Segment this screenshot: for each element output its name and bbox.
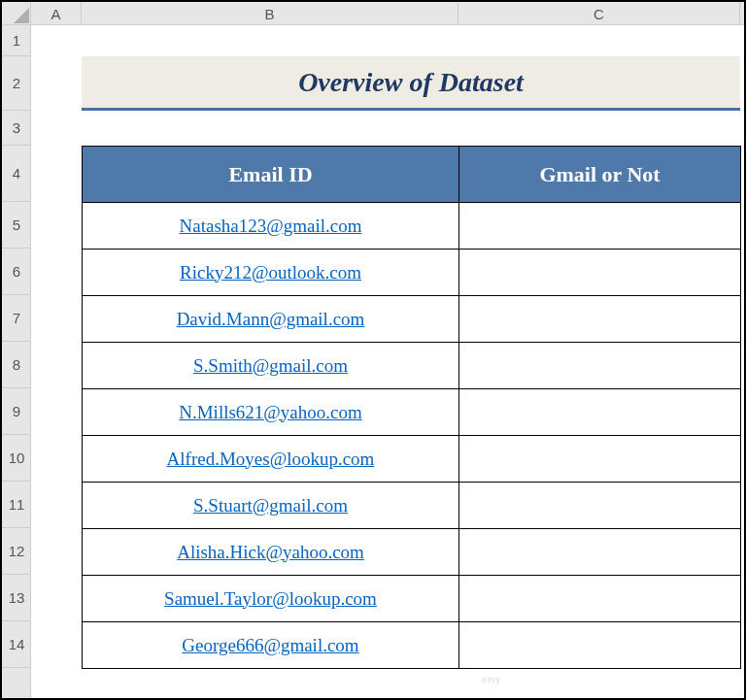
cell-email[interactable]: David.Mann@gmail.com [83,296,459,343]
page-title: Overview of Dataset [298,67,524,98]
row-header-4[interactable]: 4 [2,146,31,202]
cell-gmail-or-not[interactable] [459,343,741,389]
cell-email[interactable]: S.Smith@gmail.com [83,343,459,389]
table-row: Samuel.Taylor@lookup.com [83,576,741,622]
watermark: emy [482,675,501,684]
table-row: Ricky212@outlook.com [83,250,741,296]
table-body: Natasha123@gmail.comRicky212@outlook.com… [83,203,741,669]
select-all-corner[interactable] [2,2,31,25]
cell-gmail-or-not[interactable] [459,296,741,343]
cell-gmail-or-not[interactable] [459,203,741,250]
cell-email[interactable]: Samuel.Taylor@lookup.com [83,576,459,622]
email-link[interactable]: S.Smith@gmail.com [193,355,348,376]
cell-gmail-or-not[interactable] [459,529,741,576]
cell-area[interactable]: Overview of Dataset Email ID Gmail or No… [31,25,744,698]
table-row: George666@gmail.com [83,622,741,669]
row-header-12[interactable]: 12 [2,528,31,575]
row-header-3[interactable]: 3 [2,111,31,146]
table-row: Alfred.Moyes@lookup.com [83,436,741,483]
row-header-1[interactable]: 1 [2,25,31,56]
row-header-10[interactable]: 10 [2,435,31,482]
cell-email[interactable]: George666@gmail.com [83,622,459,669]
cell-gmail-or-not[interactable] [459,483,741,529]
table-row: S.Smith@gmail.com [83,343,741,389]
email-link[interactable]: N.Mills621@yahoo.com [179,402,362,422]
row-header-2[interactable]: 2 [2,56,31,111]
column-header-c[interactable]: C [458,2,740,25]
row-header-14[interactable]: 14 [2,621,31,668]
table-row: S.Stuart@gmail.com [83,483,741,529]
data-table: Email ID Gmail or Not Natasha123@gmail.c… [82,146,741,669]
email-link[interactable]: S.Stuart@gmail.com [193,495,348,516]
email-link[interactable]: David.Mann@gmail.com [177,309,365,329]
email-link[interactable]: Alisha.Hick@yahoo.com [177,542,364,562]
column-header-a[interactable]: A [31,2,82,25]
cell-gmail-or-not[interactable] [459,576,741,622]
email-link[interactable]: Ricky212@outlook.com [180,262,361,283]
header-email-id[interactable]: Email ID [83,147,459,203]
table-row: Alisha.Hick@yahoo.com [83,529,741,576]
table-row: David.Mann@gmail.com [83,296,741,343]
email-link[interactable]: Alfred.Moyes@lookup.com [167,449,375,469]
email-link[interactable]: Natasha123@gmail.com [180,216,362,236]
row-header-7[interactable]: 7 [2,295,31,342]
cell-gmail-or-not[interactable] [459,389,741,436]
spreadsheet: ABC 1234567891011121314 Overview of Data… [0,0,746,700]
row-header-13[interactable]: 13 [2,575,31,621]
row-headers: 1234567891011121314 [2,25,31,698]
row-header-9[interactable]: 9 [2,388,31,435]
table-row: Natasha123@gmail.com [83,203,741,250]
row-header-6[interactable]: 6 [2,249,31,295]
cell-gmail-or-not[interactable] [459,436,741,483]
table-header-row: Email ID Gmail or Not [83,147,741,203]
svg-marker-0 [14,8,29,23]
cell-email[interactable]: Alisha.Hick@yahoo.com [83,529,459,576]
table-row: N.Mills621@yahoo.com [83,389,741,436]
column-headers: ABC [31,2,744,25]
header-gmail-or-not[interactable]: Gmail or Not [459,147,741,203]
cell-gmail-or-not[interactable] [459,250,741,296]
row-header-5[interactable]: 5 [2,202,31,249]
cell-gmail-or-not[interactable] [459,622,741,669]
title-band: Overview of Dataset [82,56,740,111]
email-link[interactable]: Samuel.Taylor@lookup.com [164,588,377,609]
column-header-b[interactable]: B [82,2,458,25]
row-header-8[interactable]: 8 [2,342,31,388]
cell-email[interactable]: Alfred.Moyes@lookup.com [83,436,459,483]
email-link[interactable]: George666@gmail.com [182,635,358,655]
cell-email[interactable]: Ricky212@outlook.com [83,250,459,296]
cell-email[interactable]: N.Mills621@yahoo.com [83,389,459,436]
cell-email[interactable]: S.Stuart@gmail.com [83,483,459,529]
row-header-11[interactable]: 11 [2,482,31,528]
cell-email[interactable]: Natasha123@gmail.com [83,203,459,250]
